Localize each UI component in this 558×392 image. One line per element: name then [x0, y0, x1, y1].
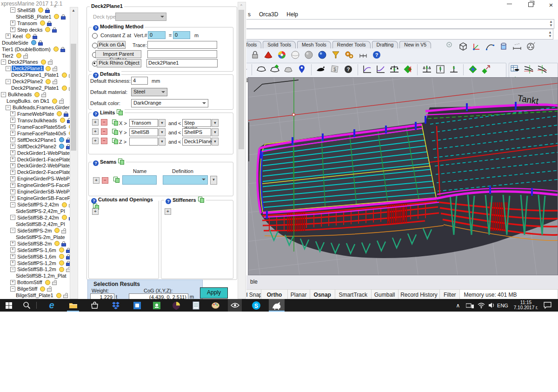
visibility-bulb-icon[interactable] — [59, 247, 64, 252]
expand-icon[interactable]: + — [10, 157, 15, 162]
rhino-viewport[interactable]: Tankt — [248, 77, 558, 275]
tree-item[interactable]: +DeckGirder1-FacePlate — [0, 156, 70, 163]
funnel-icon[interactable] — [330, 49, 342, 61]
copy-icon[interactable] — [118, 159, 125, 165]
tree-item[interactable]: −Deck2Planes — [0, 59, 70, 66]
limit-remove-button[interactable]: − — [101, 119, 107, 126]
locked-icon[interactable] — [66, 248, 70, 252]
tree-item[interactable]: +SideStiffPS-1,2m — [0, 260, 70, 266]
command-history[interactable]: ▲▼ — [232, 19, 554, 29]
tree-item[interactable]: +EngineGirderPS-WebPlat — [0, 175, 70, 182]
limit-to-dropdown-button[interactable]: ▼ — [212, 138, 219, 146]
skype-icon[interactable]: S — [249, 299, 263, 312]
minimize-button[interactable] — [502, 1, 516, 9]
tree-item[interactable]: −BilgeStiff — [0, 286, 70, 292]
tree-item[interactable]: LongBulks. on Dk1 — [0, 98, 70, 104]
status-smarttrack[interactable]: SmartTrack — [335, 290, 372, 299]
unlocked-icon[interactable] — [41, 92, 46, 97]
trace-input[interactable] — [147, 41, 217, 49]
hull-design-icon[interactable] — [256, 64, 267, 75]
hull-sections-icon[interactable] — [283, 64, 294, 75]
limit-add-button[interactable]: + — [92, 119, 99, 126]
collapse-icon[interactable]: − — [10, 267, 15, 272]
limit-add-button[interactable]: + — [92, 138, 99, 144]
volume-icon[interactable] — [486, 299, 497, 312]
expand-icon[interactable]: + — [10, 111, 15, 116]
info-icon[interactable]: ? — [166, 199, 171, 204]
action-center-icon[interactable] — [540, 299, 554, 312]
tree-scroll-thumb[interactable] — [71, 44, 76, 151]
limit-remove-button[interactable]: − — [101, 128, 107, 135]
edge-icon[interactable]: e — [45, 299, 59, 312]
hull-assistant-icon[interactable] — [269, 64, 281, 75]
tree-item[interactable]: Deck2Plane2_Plate1 — [0, 85, 70, 91]
expand-icon[interactable]: + — [10, 176, 15, 181]
locked-icon[interactable] — [45, 8, 49, 13]
hydrostatics-chart-icon[interactable] — [362, 64, 373, 75]
collapse-icon[interactable]: − — [1, 92, 6, 97]
tray-chevron-icon[interactable]: ∧ — [453, 299, 463, 312]
store-icon[interactable] — [87, 299, 101, 312]
scroll-up-arrow[interactable]: ^ — [239, 3, 244, 8]
expand-icon[interactable]: + — [10, 183, 15, 188]
tree-item[interactable]: +FrameWebPlate — [0, 111, 70, 117]
dialog-scrollbar[interactable]: ^ — [238, 2, 246, 299]
info-icon[interactable]: ? — [93, 25, 99, 31]
tree-item[interactable]: −SideStiffPS-2,42m — [0, 201, 70, 208]
tree-item[interactable]: SideStiffPS-2,42m_Pl — [0, 208, 70, 214]
expand-icon[interactable]: + — [10, 144, 15, 149]
collapse-icon[interactable]: − — [1, 60, 6, 65]
stiffener-add-button[interactable]: + — [165, 208, 171, 215]
tree-item[interactable]: Tier2 — [0, 53, 70, 59]
unlocked-icon[interactable] — [23, 53, 27, 58]
toolbar-tab[interactable]: Mesh Tools — [297, 41, 331, 48]
tree-item[interactable]: SideStiffSB-2,42m_Pl — [0, 221, 70, 227]
tree-item[interactable]: +BottomStiff — [0, 279, 70, 286]
cutout-add-button[interactable]: + — [92, 208, 99, 215]
tree-item[interactable]: +DeckGirder2-WebPlate — [0, 163, 70, 169]
toolbar-tab[interactable]: New in V5 — [399, 41, 431, 48]
status-ortho[interactable]: Ortho — [261, 290, 287, 299]
collapse-icon[interactable]: − — [10, 228, 15, 233]
locked-icon[interactable] — [61, 241, 66, 246]
report-table-icon[interactable] — [510, 64, 521, 75]
seam-name-input[interactable] — [122, 175, 157, 185]
visibility-bulb-icon[interactable] — [59, 260, 64, 266]
collapse-icon[interactable]: − — [10, 215, 15, 220]
expand-icon[interactable]: + — [10, 280, 15, 285]
unlocked-icon[interactable] — [48, 60, 52, 64]
tree-item[interactable]: +SideStiffSB-1,6m — [0, 253, 70, 260]
tree-item[interactable]: +EngineGirderSB-FacePlat — [0, 195, 70, 201]
visibility-bulb-icon[interactable] — [56, 293, 61, 298]
tree-item[interactable]: −SideStiffSB-2,42m — [0, 214, 70, 221]
tree-item[interactable]: DoubleSide — [0, 40, 70, 46]
info-icon[interactable]: ? — [93, 73, 99, 78]
orca-icon[interactable] — [315, 64, 327, 75]
tree-item[interactable]: ShellSB_Plate1 — [0, 13, 70, 20]
file-explorer-icon[interactable] — [66, 299, 80, 312]
visibility-bulb-icon[interactable] — [31, 40, 36, 45]
thickness-input[interactable]: 4 — [131, 77, 148, 85]
visibility-bulb-icon[interactable] — [59, 137, 64, 142]
material-select[interactable]: Steel — [131, 88, 167, 96]
command-scroll-arrows[interactable]: ▲▼ — [549, 20, 553, 27]
expand-icon[interactable]: + — [6, 33, 11, 39]
visibility-bulb-icon[interactable] — [40, 286, 45, 292]
hull-curves2-icon[interactable] — [537, 64, 548, 75]
lock-icon[interactable] — [249, 49, 261, 61]
gears-icon[interactable] — [344, 49, 355, 61]
ghosted-sphere-icon[interactable] — [290, 49, 301, 61]
tree-item[interactable]: Tier1 (DoubleBottom) — [0, 46, 70, 53]
tree-item[interactable]: −Deck2Plane2 — [0, 78, 70, 85]
visibility-bulb-icon[interactable] — [54, 228, 60, 233]
collapse-icon[interactable]: − — [10, 7, 15, 13]
visibility-bulb-icon[interactable] — [62, 215, 67, 220]
search-icon[interactable] — [20, 299, 33, 312]
collapse-icon[interactable]: − — [6, 79, 11, 84]
visibility-bulb-icon[interactable] — [62, 73, 67, 78]
unlocked-icon[interactable] — [53, 66, 57, 71]
locked-icon[interactable] — [61, 14, 65, 19]
language-indicator[interactable]: ENG — [496, 299, 510, 312]
visibility-bulb-icon[interactable] — [16, 53, 21, 58]
collapse-icon[interactable]: − — [6, 66, 11, 71]
